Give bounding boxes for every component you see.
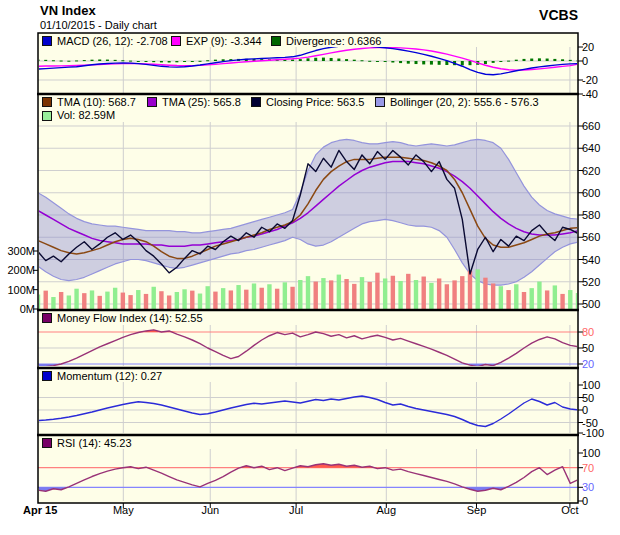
y-tick-label-main: 660 [582,120,618,132]
tma10-swatch-icon [42,97,52,107]
y-tick-label-macd: 20 [582,41,618,53]
brand-logo: VCBS [539,7,578,23]
x-tick-label: Oct [547,504,593,517]
y-tick-label-momentum: -100 [582,427,618,439]
y-tick-label-macd: -40 [582,88,618,100]
legend-rsi: RSI (14): 45.23 [42,437,132,450]
y-tick-label-mfi: 50 [582,342,618,354]
y-tick-label-momentum: 50 [582,392,618,404]
momentum-legend: Momentum (12): 0.27 [39,370,577,383]
x-tick-label: Jul [273,504,319,517]
legend-tma25-label: TMA (25): 565.8 [162,96,241,109]
y-tick-label-main: 600 [582,187,618,199]
legend-exp: EXP (9): -3.344 [171,35,262,48]
legend-mfi-label: Money Flow Index (14): 52.55 [57,312,203,325]
rsi-swatch-icon [42,438,52,448]
legend-bollinger-label: Bollinger (20, 2): 555.6 - 576.3 [390,96,539,109]
legend-tma10-label: TMA (10): 568.7 [57,96,136,109]
legend-closing-price: Closing Price: 563.5 [251,96,364,109]
legend-divergence-label: Divergence: 0.6366 [286,35,381,48]
legend-momentum-label: Momentum (12): 0.27 [57,370,162,383]
chart-canvas [0,0,620,535]
y-tick-label-main: 500 [582,298,618,310]
y-tick-label-momentum: 0 [582,404,618,416]
volume-tick-label: 100M [0,284,35,296]
y-tick-label-main: 640 [582,142,618,154]
macd-legend: MACD (26, 12): -2.708 EXP (9): -3.344 Di… [39,35,577,48]
legend-rsi-label: RSI (14): 45.23 [57,437,132,450]
x-tick-label: Jun [187,504,233,517]
volume-tick-label: 300M [0,245,35,257]
divergence-swatch-icon [271,36,281,46]
y-tick-label-mfi: 80 [582,326,618,338]
y-tick-label-rsi: 100 [582,447,618,459]
legend-divergence: Divergence: 0.6366 [271,35,381,48]
legend-exp-label: EXP (9): -3.344 [186,35,262,48]
y-tick-label-macd: 0 [582,55,618,67]
legend-macd-label: MACD (26, 12): -2.708 [57,35,168,48]
exp-swatch-icon [171,36,181,46]
legend-bollinger: Bollinger (20, 2): 555.6 - 576.3 [375,96,539,109]
y-tick-label-main: 560 [582,231,618,243]
y-tick-label-main: 540 [582,254,618,266]
volume-tick-label: 200M [0,264,35,276]
y-tick-label-rsi: 30 [582,481,618,493]
rsi-legend: RSI (14): 45.23 [39,437,577,450]
y-tick-label-rsi: 70 [582,462,618,474]
tma25-swatch-icon [147,97,157,107]
x-tick-label: Aug [363,504,409,517]
y-tick-label-main: 620 [582,165,618,177]
x-tick-label: May [100,504,146,517]
legend-macd: MACD (26, 12): -2.708 [42,35,168,48]
legend-tma10: TMA (10): 568.7 [42,96,136,109]
mfi-legend: Money Flow Index (14): 52.55 [39,312,577,325]
x-tick-label: Sep [453,504,499,517]
chart-application: VN Index 01/10/2015 - Daily chart VCBS M… [0,0,620,535]
mfi-swatch-icon [42,313,52,323]
macd-swatch-icon [42,36,52,46]
bollinger-swatch-icon [375,97,385,107]
legend-volume-label: Vol: 82.59M [57,109,115,122]
page-title: VN Index [40,3,96,18]
main-legend-row2: Vol: 82.59M [39,109,577,122]
y-tick-label-macd: -20 [582,74,618,86]
y-tick-label-mfi: 20 [582,358,618,370]
legend-mfi: Money Flow Index (14): 52.55 [42,312,203,325]
legend-closing-price-label: Closing Price: 563.5 [266,96,364,109]
chart-subtitle: 01/10/2015 - Daily chart [40,19,157,31]
legend-tma25: TMA (25): 565.8 [147,96,241,109]
x-tick-label: Apr 15 [17,504,63,517]
main-legend-row1: TMA (10): 568.7 TMA (25): 565.8 Closing … [39,96,577,109]
volume-swatch-icon [42,111,52,121]
y-tick-label-main: 580 [582,209,618,221]
closing-price-swatch-icon [251,97,261,107]
legend-volume: Vol: 82.59M [42,109,115,122]
legend-momentum: Momentum (12): 0.27 [42,370,162,383]
momentum-swatch-icon [42,371,52,381]
y-tick-label-main: 520 [582,276,618,288]
y-tick-label-momentum: 100 [582,379,618,391]
volume-tick-label: 0M [0,303,35,315]
